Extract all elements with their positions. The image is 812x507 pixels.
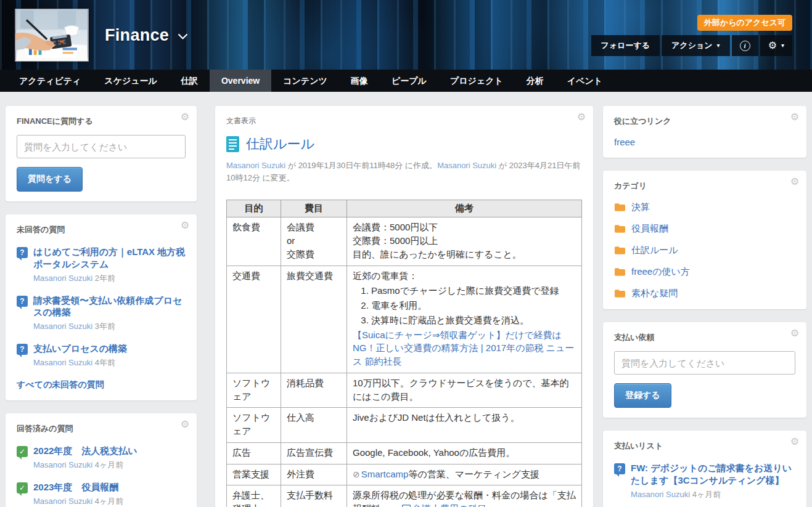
timestamp: 2年前 [95, 274, 115, 283]
category-link[interactable]: 役員報酬 [631, 223, 668, 235]
actions-button-label: アクション [671, 35, 713, 56]
tab-contents[interactable]: コンテンツ [271, 70, 339, 92]
list-item: ✓ 2023年度 役員報酬 Masanori Suzuki 4ヶ月前 [17, 481, 186, 507]
author-link[interactable]: Masanori Suzuki [437, 161, 496, 170]
space-avatar [15, 9, 89, 62]
actions-button[interactable]: アクション ▾ [662, 35, 730, 56]
tab-images[interactable]: 画像 [339, 70, 380, 92]
question-icon: ? [17, 247, 28, 258]
widget-title: 役に立つリンク [614, 116, 795, 127]
external-access-badge: 外部からのアクセス可 [697, 15, 792, 31]
category-item: freeeの使い方 [614, 266, 795, 278]
widget-gear-icon[interactable]: ⚙ [181, 420, 189, 429]
answered-check-icon: ✓ [17, 446, 28, 457]
list-item: ? はじめてご利用の方｜eLTAX 地方税ポータルシステム Masanori S… [17, 246, 186, 284]
column-header: 備考 [347, 200, 582, 217]
note-text: 近郊の電車賃： [353, 270, 417, 281]
folder-icon [614, 267, 625, 277]
table-header-row: 目的 費目 備考 [227, 200, 582, 217]
widget-gear-icon[interactable]: ⚙ [181, 221, 189, 230]
author-link[interactable]: Masanori Suzuki [33, 358, 92, 367]
tab-activity[interactable]: アクティビティ [7, 70, 92, 92]
tab-people[interactable]: ピープル [380, 70, 438, 92]
question-link[interactable]: 支払いプロセスの構築 [33, 343, 127, 355]
item-cell: 支払手数料 or 支払報酬料 [281, 485, 347, 507]
payment-register-button[interactable]: 登録する [614, 383, 671, 408]
document-title-link[interactable]: 仕訳ルール [246, 135, 314, 153]
useful-link[interactable]: freee [614, 137, 635, 147]
author-link[interactable]: Masanori Suzuki [33, 274, 92, 283]
answered-questions-widget: 回答済みの質問 ⚙ ✓ 2022年度 法人税支払い Masanori Suzuk… [6, 413, 197, 507]
purpose-cell: 弁護士、税理士 [227, 485, 281, 507]
widget-gear-icon[interactable]: ⚙ [181, 112, 189, 122]
note-ordered-list: Pasmoでチャージした際に旅費交通費で登録 電車を利用。 決算時に貯蔵品と旅費… [353, 284, 576, 327]
right-column: 役に立つリンク ⚙ freee カテゴリ ⚙ 決算 役員報酬 仕訳ルール fre… [603, 106, 806, 507]
list-item: ? FW: デポジットのご請求書をお送りいたします【3Cコンサルティング様】 M… [614, 462, 795, 500]
timestamp: 4ヶ月前 [95, 497, 124, 506]
note-cell: 会議費：5000円以下 交際費：5000円以上 目的、誰にあったかを明確にするこ… [347, 217, 582, 266]
widget-gear-icon[interactable]: ⚙ [790, 112, 799, 122]
note-link[interactable]: 【Suicaにチャージ⇒領収書ゲット】だけで経費はNG！正しい交通費の精算方法 … [353, 330, 574, 367]
tab-analytics[interactable]: 分析 [515, 70, 556, 92]
prohibited-icon: ⊘ [353, 469, 360, 479]
info-icon: i [740, 41, 750, 51]
space-title[interactable]: Finance [105, 26, 188, 45]
author-link[interactable]: Masanori Suzuki [226, 161, 285, 170]
list-item: ✓ 2022年度 法人税支払い Masanori Suzuki 4ヶ月前 [17, 445, 186, 471]
payment-item-link[interactable]: FW: デポジットのご請求書をお送りいたします【3Cコンサルティング様】 [631, 462, 795, 487]
question-link[interactable]: 2022年度 法人税支払い [33, 445, 137, 457]
widget-gear-icon[interactable]: ⚙ [790, 437, 799, 447]
question-link[interactable]: はじめてご利用の方｜eLTAX 地方税ポータルシステム [33, 246, 186, 270]
tab-events[interactable]: イベント [556, 70, 614, 92]
item-cell: 広告宣伝費 [281, 442, 347, 464]
note-link[interactable]: 弁護士費用の科目 [412, 503, 486, 507]
unanswered-questions-widget: 未回答の質問 ⚙ ? はじめてご利用の方｜eLTAX 地方税ポータルシステム M… [6, 214, 197, 400]
note-link[interactable]: Smartcamp [361, 469, 409, 479]
question-link[interactable]: 2023年度 役員報酬 [33, 481, 123, 493]
widget-gear-icon[interactable]: ⚙ [790, 328, 799, 338]
follow-button[interactable]: フォローする [591, 35, 660, 56]
folder-icon [614, 203, 625, 212]
tab-projects[interactable]: プロジェクト [438, 70, 515, 92]
category-link[interactable]: freeeの使い方 [631, 266, 690, 278]
all-unanswered-link[interactable]: すべての未回答の質問 [17, 379, 104, 391]
author-link[interactable]: Masanori Suzuki [631, 490, 690, 499]
question-link[interactable]: 請求書受領〜支払い依頼作成プロセスの構築 [33, 294, 186, 319]
category-link[interactable]: 決算 [631, 201, 650, 213]
tab-journal[interactable]: 仕訳 [169, 70, 210, 92]
caret-down-icon: ▾ [717, 43, 720, 49]
category-item: 決算 [614, 201, 795, 213]
payment-request-widget: 支払い依頼 ⚙ 登録する [603, 322, 806, 418]
widget-gear-icon[interactable]: ⚙ [790, 177, 799, 187]
list-item: ? 請求書受領〜支払い依頼作成プロセスの構築 Masanori Suzuki 3… [17, 294, 186, 333]
ask-question-button[interactable]: 質問をする [17, 167, 83, 192]
gear-icon: ⚙ [768, 41, 777, 51]
info-button[interactable]: i [732, 35, 758, 56]
item-cell: 旅費交通費 [281, 266, 347, 373]
table-row: 広告 広告宣伝費 Google, Facebook, Yahooの広告費用。 [227, 442, 582, 464]
author-link[interactable]: Masanori Suzuki [33, 460, 92, 469]
question-icon: ? [17, 296, 28, 307]
author-link[interactable]: Masanori Suzuki [33, 497, 92, 506]
note-list-item: 電車を利用。 [371, 299, 576, 312]
tab-schedule[interactable]: スケジュール [92, 70, 169, 92]
tab-overview[interactable]: Overview [210, 70, 271, 92]
timestamp: 4年前 [95, 358, 115, 367]
category-link[interactable]: 素朴な疑問 [631, 288, 678, 299]
discussion-bubble-icon [402, 505, 411, 507]
item-cell: 会議費 or 交際費 [281, 217, 347, 266]
author-link[interactable]: Masanori Suzuki [33, 322, 92, 331]
folder-icon [614, 224, 625, 233]
purpose-cell: ソフトウェア [227, 408, 281, 443]
widget-gear-icon[interactable]: ⚙ [577, 112, 586, 122]
payment-request-input[interactable] [614, 351, 795, 375]
widget-title: 未回答の質問 [17, 224, 186, 235]
caret-down-icon: ▾ [781, 43, 784, 49]
note-list-item: 決算時に貯蔵品と旅費交通費を消込。 [371, 314, 576, 327]
timestamp: 4ヶ月前 [95, 460, 124, 469]
category-link[interactable]: 仕訳ルール [631, 245, 678, 256]
widget-title: 文書表示 [226, 116, 582, 126]
ask-question-input[interactable] [17, 135, 186, 158]
settings-button[interactable]: ⚙ ▾ [760, 35, 792, 56]
useful-links-widget: 役に立つリンク ⚙ freee [603, 106, 806, 158]
